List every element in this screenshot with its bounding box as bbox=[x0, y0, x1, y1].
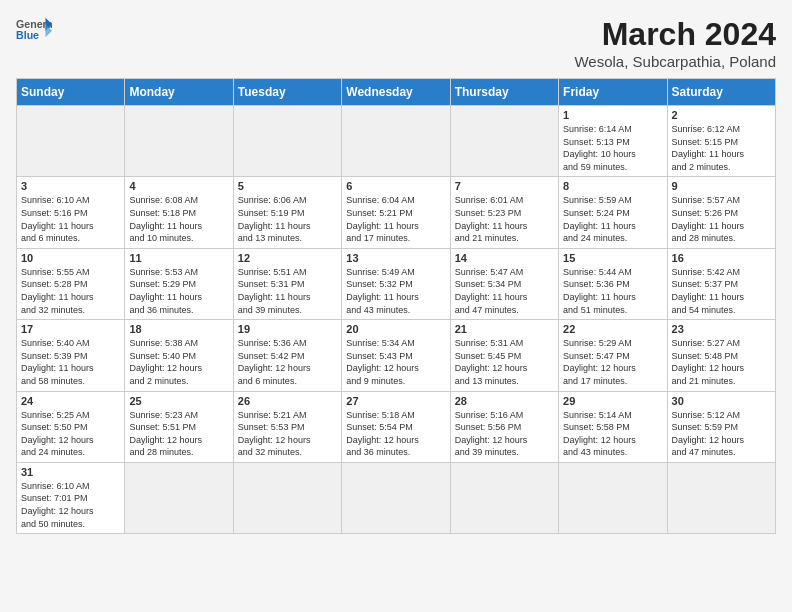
day-number: 10 bbox=[21, 252, 120, 264]
day-number: 14 bbox=[455, 252, 554, 264]
calendar-body: 1Sunrise: 6:14 AM Sunset: 5:13 PM Daylig… bbox=[17, 106, 776, 534]
day-info: Sunrise: 5:29 AM Sunset: 5:47 PM Dayligh… bbox=[563, 337, 662, 387]
day-info: Sunrise: 5:12 AM Sunset: 5:59 PM Dayligh… bbox=[672, 409, 771, 459]
calendar-cell: 7Sunrise: 6:01 AM Sunset: 5:23 PM Daylig… bbox=[450, 177, 558, 248]
day-number: 4 bbox=[129, 180, 228, 192]
day-number: 16 bbox=[672, 252, 771, 264]
day-number: 28 bbox=[455, 395, 554, 407]
day-number: 24 bbox=[21, 395, 120, 407]
day-info: Sunrise: 5:51 AM Sunset: 5:31 PM Dayligh… bbox=[238, 266, 337, 316]
calendar-cell: 18Sunrise: 5:38 AM Sunset: 5:40 PM Dayli… bbox=[125, 320, 233, 391]
calendar-cell bbox=[667, 462, 775, 533]
calendar-cell: 27Sunrise: 5:18 AM Sunset: 5:54 PM Dayli… bbox=[342, 391, 450, 462]
calendar-cell: 22Sunrise: 5:29 AM Sunset: 5:47 PM Dayli… bbox=[559, 320, 667, 391]
calendar-cell: 25Sunrise: 5:23 AM Sunset: 5:51 PM Dayli… bbox=[125, 391, 233, 462]
calendar-cell: 17Sunrise: 5:40 AM Sunset: 5:39 PM Dayli… bbox=[17, 320, 125, 391]
day-number: 8 bbox=[563, 180, 662, 192]
day-number: 9 bbox=[672, 180, 771, 192]
calendar-week-row: 17Sunrise: 5:40 AM Sunset: 5:39 PM Dayli… bbox=[17, 320, 776, 391]
day-info: Sunrise: 5:53 AM Sunset: 5:29 PM Dayligh… bbox=[129, 266, 228, 316]
calendar-cell: 11Sunrise: 5:53 AM Sunset: 5:29 PM Dayli… bbox=[125, 248, 233, 319]
day-info: Sunrise: 6:06 AM Sunset: 5:19 PM Dayligh… bbox=[238, 194, 337, 244]
day-number: 2 bbox=[672, 109, 771, 121]
calendar-week-row: 24Sunrise: 5:25 AM Sunset: 5:50 PM Dayli… bbox=[17, 391, 776, 462]
calendar-cell: 8Sunrise: 5:59 AM Sunset: 5:24 PM Daylig… bbox=[559, 177, 667, 248]
weekday-header-wednesday: Wednesday bbox=[342, 79, 450, 106]
weekday-header-monday: Monday bbox=[125, 79, 233, 106]
calendar-cell: 19Sunrise: 5:36 AM Sunset: 5:42 PM Dayli… bbox=[233, 320, 341, 391]
calendar-week-row: 1Sunrise: 6:14 AM Sunset: 5:13 PM Daylig… bbox=[17, 106, 776, 177]
day-info: Sunrise: 5:42 AM Sunset: 5:37 PM Dayligh… bbox=[672, 266, 771, 316]
day-number: 25 bbox=[129, 395, 228, 407]
day-number: 12 bbox=[238, 252, 337, 264]
day-number: 13 bbox=[346, 252, 445, 264]
calendar-cell: 20Sunrise: 5:34 AM Sunset: 5:43 PM Dayli… bbox=[342, 320, 450, 391]
calendar-cell: 10Sunrise: 5:55 AM Sunset: 5:28 PM Dayli… bbox=[17, 248, 125, 319]
calendar-cell: 24Sunrise: 5:25 AM Sunset: 5:50 PM Dayli… bbox=[17, 391, 125, 462]
day-info: Sunrise: 5:27 AM Sunset: 5:48 PM Dayligh… bbox=[672, 337, 771, 387]
calendar-cell bbox=[342, 462, 450, 533]
calendar-cell: 14Sunrise: 5:47 AM Sunset: 5:34 PM Dayli… bbox=[450, 248, 558, 319]
calendar-cell: 30Sunrise: 5:12 AM Sunset: 5:59 PM Dayli… bbox=[667, 391, 775, 462]
day-number: 26 bbox=[238, 395, 337, 407]
day-number: 22 bbox=[563, 323, 662, 335]
day-info: Sunrise: 5:55 AM Sunset: 5:28 PM Dayligh… bbox=[21, 266, 120, 316]
weekday-header-sunday: Sunday bbox=[17, 79, 125, 106]
day-number: 11 bbox=[129, 252, 228, 264]
day-number: 27 bbox=[346, 395, 445, 407]
day-number: 15 bbox=[563, 252, 662, 264]
day-info: Sunrise: 6:12 AM Sunset: 5:15 PM Dayligh… bbox=[672, 123, 771, 173]
calendar-cell: 26Sunrise: 5:21 AM Sunset: 5:53 PM Dayli… bbox=[233, 391, 341, 462]
calendar-week-row: 31Sunrise: 6:10 AM Sunset: 7:01 PM Dayli… bbox=[17, 462, 776, 533]
day-number: 17 bbox=[21, 323, 120, 335]
day-info: Sunrise: 5:44 AM Sunset: 5:36 PM Dayligh… bbox=[563, 266, 662, 316]
calendar-header: SundayMondayTuesdayWednesdayThursdayFrid… bbox=[17, 79, 776, 106]
weekday-header-saturday: Saturday bbox=[667, 79, 775, 106]
calendar-week-row: 10Sunrise: 5:55 AM Sunset: 5:28 PM Dayli… bbox=[17, 248, 776, 319]
calendar-cell: 6Sunrise: 6:04 AM Sunset: 5:21 PM Daylig… bbox=[342, 177, 450, 248]
day-info: Sunrise: 6:10 AM Sunset: 7:01 PM Dayligh… bbox=[21, 480, 120, 530]
day-number: 5 bbox=[238, 180, 337, 192]
day-info: Sunrise: 6:14 AM Sunset: 5:13 PM Dayligh… bbox=[563, 123, 662, 173]
day-number: 7 bbox=[455, 180, 554, 192]
logo-icon: General Blue bbox=[16, 16, 52, 44]
calendar-table: SundayMondayTuesdayWednesdayThursdayFrid… bbox=[16, 78, 776, 534]
day-info: Sunrise: 5:25 AM Sunset: 5:50 PM Dayligh… bbox=[21, 409, 120, 459]
day-info: Sunrise: 5:14 AM Sunset: 5:58 PM Dayligh… bbox=[563, 409, 662, 459]
day-info: Sunrise: 5:21 AM Sunset: 5:53 PM Dayligh… bbox=[238, 409, 337, 459]
calendar-cell: 2Sunrise: 6:12 AM Sunset: 5:15 PM Daylig… bbox=[667, 106, 775, 177]
day-number: 30 bbox=[672, 395, 771, 407]
day-info: Sunrise: 5:38 AM Sunset: 5:40 PM Dayligh… bbox=[129, 337, 228, 387]
day-info: Sunrise: 5:36 AM Sunset: 5:42 PM Dayligh… bbox=[238, 337, 337, 387]
svg-text:Blue: Blue bbox=[16, 29, 39, 41]
weekday-header-friday: Friday bbox=[559, 79, 667, 106]
day-info: Sunrise: 6:04 AM Sunset: 5:21 PM Dayligh… bbox=[346, 194, 445, 244]
calendar-cell bbox=[559, 462, 667, 533]
day-info: Sunrise: 6:01 AM Sunset: 5:23 PM Dayligh… bbox=[455, 194, 554, 244]
day-info: Sunrise: 6:08 AM Sunset: 5:18 PM Dayligh… bbox=[129, 194, 228, 244]
day-info: Sunrise: 5:59 AM Sunset: 5:24 PM Dayligh… bbox=[563, 194, 662, 244]
day-info: Sunrise: 5:34 AM Sunset: 5:43 PM Dayligh… bbox=[346, 337, 445, 387]
calendar-cell bbox=[125, 462, 233, 533]
weekday-header-row: SundayMondayTuesdayWednesdayThursdayFrid… bbox=[17, 79, 776, 106]
calendar-cell bbox=[125, 106, 233, 177]
day-info: Sunrise: 5:47 AM Sunset: 5:34 PM Dayligh… bbox=[455, 266, 554, 316]
calendar-cell: 23Sunrise: 5:27 AM Sunset: 5:48 PM Dayli… bbox=[667, 320, 775, 391]
day-info: Sunrise: 5:23 AM Sunset: 5:51 PM Dayligh… bbox=[129, 409, 228, 459]
day-number: 19 bbox=[238, 323, 337, 335]
calendar-cell: 15Sunrise: 5:44 AM Sunset: 5:36 PM Dayli… bbox=[559, 248, 667, 319]
day-number: 21 bbox=[455, 323, 554, 335]
day-number: 6 bbox=[346, 180, 445, 192]
calendar-cell bbox=[450, 462, 558, 533]
weekday-header-thursday: Thursday bbox=[450, 79, 558, 106]
day-info: Sunrise: 5:49 AM Sunset: 5:32 PM Dayligh… bbox=[346, 266, 445, 316]
calendar-cell: 16Sunrise: 5:42 AM Sunset: 5:37 PM Dayli… bbox=[667, 248, 775, 319]
calendar-cell bbox=[342, 106, 450, 177]
calendar-cell: 13Sunrise: 5:49 AM Sunset: 5:32 PM Dayli… bbox=[342, 248, 450, 319]
calendar-cell: 1Sunrise: 6:14 AM Sunset: 5:13 PM Daylig… bbox=[559, 106, 667, 177]
calendar-cell: 3Sunrise: 6:10 AM Sunset: 5:16 PM Daylig… bbox=[17, 177, 125, 248]
day-number: 23 bbox=[672, 323, 771, 335]
day-number: 1 bbox=[563, 109, 662, 121]
calendar-cell bbox=[17, 106, 125, 177]
location-subtitle: Wesola, Subcarpathia, Poland bbox=[574, 53, 776, 70]
